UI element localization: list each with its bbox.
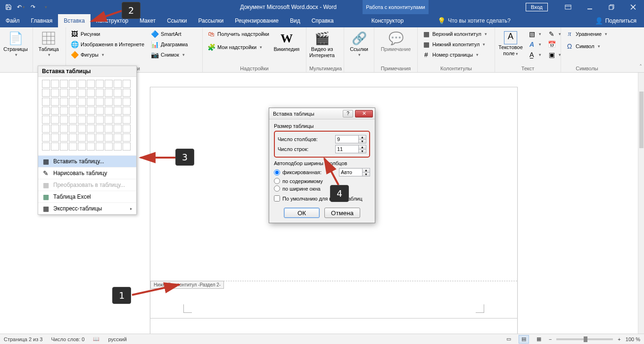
vertical-scrollbar[interactable]	[638, 73, 644, 334]
textbox-button[interactable]: AТекстовоеполе▾	[498, 29, 523, 59]
get-addins-button[interactable]: 🛍Получить надстройки	[206, 29, 271, 39]
symbol-icon: Ω	[566, 42, 573, 50]
footer-button[interactable]: ▦Нижний колонтитул▾	[421, 40, 489, 49]
save-icon[interactable]	[3, 2, 14, 12]
remember-label: По умолчанию для новых таблиц	[282, 196, 370, 201]
tab-help[interactable]: Справка	[306, 14, 339, 27]
cancel-button[interactable]: Отмена	[324, 208, 360, 218]
autofit-window-radio[interactable]	[274, 185, 280, 192]
tab-mailings[interactable]: Рассылки	[192, 14, 229, 27]
dropcap-icon: A̲	[528, 51, 536, 59]
word-count[interactable]: Число слов: 0	[51, 336, 84, 342]
table-button[interactable]: Таблица▾	[36, 29, 61, 59]
insert-table-menuitem[interactable]: ▦Вставить таблицу...	[38, 155, 136, 167]
spin-down-icon[interactable]: ▼	[358, 149, 366, 153]
spin-up-icon[interactable]: ▲	[362, 168, 370, 172]
tab-file[interactable]: Файл	[0, 14, 25, 27]
vertical-ruler[interactable]	[0, 73, 11, 334]
qat-customize-icon[interactable]: ▾	[40, 2, 51, 12]
store-icon: 🛍	[207, 30, 215, 38]
document-page-next[interactable]	[150, 318, 518, 334]
spin-down-icon[interactable]: ▼	[358, 139, 366, 143]
draw-table-menuitem[interactable]: ✎Нарисовать таблицу	[38, 167, 136, 179]
proofing-icon[interactable]: 📖	[93, 336, 99, 342]
my-addins-button[interactable]: 🧩Мои надстройки▾	[206, 42, 271, 52]
wikipedia-button[interactable]: WВикипедия	[274, 29, 299, 54]
columns-input[interactable]	[336, 136, 358, 143]
spin-down-icon[interactable]: ▼	[362, 172, 370, 176]
dropcap-button[interactable]: A̲▾	[526, 50, 543, 59]
restore-icon[interactable]	[601, 0, 622, 14]
wordart-button[interactable]: A▾	[526, 40, 543, 49]
zoom-level[interactable]: 100 %	[626, 336, 640, 342]
redo-icon[interactable]: ↷	[27, 2, 39, 12]
rows-spinner[interactable]: ▲▼	[335, 145, 366, 153]
language-indicator[interactable]: русский	[108, 336, 126, 342]
online-pictures-button[interactable]: 🌐Изображения в Интернете	[69, 40, 146, 49]
tab-row: Файл Главная Вставка Конструктор Макет С…	[0, 14, 644, 27]
datetime-button[interactable]: 📅	[546, 40, 563, 49]
share-icon: 👤	[595, 17, 603, 25]
print-layout-icon[interactable]: ▤	[519, 335, 529, 344]
share-button[interactable]: 👤 Поделиться	[595, 14, 636, 27]
online-video-button[interactable]: 🎬Видео изИнтернета	[309, 29, 335, 60]
autofit-content-radio[interactable]	[274, 178, 280, 184]
collapse-ribbon-icon[interactable]: ˄	[639, 64, 642, 70]
remember-checkbox[interactable]	[274, 195, 280, 201]
excel-table-menuitem[interactable]: ▦Таблица Excel	[38, 191, 136, 202]
columns-spinner[interactable]: ▲▼	[335, 135, 366, 143]
comment-icon: 💬	[388, 31, 404, 46]
dialog-help-icon[interactable]: ?	[343, 110, 353, 117]
autofit-section-label: Автоподбор ширины столбцов	[274, 160, 370, 166]
shapes-button[interactable]: 🔶Фигуры▾	[69, 50, 146, 59]
zoom-slider[interactable]	[556, 338, 613, 340]
comment-button[interactable]: 💬Примечание	[377, 29, 414, 54]
symbol-button[interactable]: ΩСимвол▾	[564, 42, 609, 51]
zoom-in-icon[interactable]: +	[618, 336, 620, 342]
tab-contextual-design[interactable]: Конструктор	[366, 14, 409, 27]
spin-up-icon[interactable]: ▲	[358, 135, 366, 139]
fixed-width-radio[interactable]	[274, 169, 280, 176]
header-button[interactable]: ▦Верхний колонтитул▾	[421, 29, 489, 39]
signature-button[interactable]: ✎▾	[546, 29, 563, 39]
ribbon-display-icon[interactable]	[557, 0, 579, 14]
dialog-title: Вставка таблицы	[273, 111, 314, 117]
chart-button[interactable]: 📊Диаграмма	[149, 40, 190, 49]
scrollbar-thumb[interactable]	[639, 92, 644, 148]
pages-button[interactable]: 📄Страницы▾	[3, 29, 28, 59]
quick-parts-button[interactable]: ▧▾	[526, 29, 543, 39]
read-mode-icon[interactable]: ▭	[504, 335, 514, 344]
dialog-title-bar[interactable]: Вставка таблицы ? ✕	[269, 108, 375, 119]
link-icon: 🔗	[352, 31, 367, 46]
rows-input[interactable]	[336, 146, 358, 152]
fixed-width-spinner[interactable]: ▲▼	[339, 168, 370, 176]
fixed-width-input[interactable]	[339, 169, 362, 176]
equation-button[interactable]: πУравнение▾	[564, 29, 609, 39]
page-number-button[interactable]: #Номер страницы▾	[421, 50, 489, 59]
object-button[interactable]: ▣▾	[546, 50, 563, 59]
table-size-grid[interactable]	[38, 77, 136, 155]
close-icon[interactable]	[622, 0, 644, 14]
undo-icon[interactable]: ↶▾	[15, 2, 26, 12]
pictures-button[interactable]: 🖼Рисунки	[69, 29, 146, 39]
tell-me-search[interactable]: 💡 Что вы хотите сделать?	[438, 14, 511, 27]
screenshot-button[interactable]: 📷Снимок▾	[149, 50, 190, 59]
tab-view[interactable]: Вид	[284, 14, 306, 27]
minimize-icon[interactable]	[579, 0, 601, 14]
links-button[interactable]: 🔗Ссылки▾	[347, 29, 371, 59]
web-layout-icon[interactable]: ▦	[534, 335, 544, 344]
login-button[interactable]: Вход	[526, 3, 548, 11]
tab-review[interactable]: Рецензирование	[229, 14, 284, 27]
tab-references[interactable]: Ссылки	[161, 14, 192, 27]
tab-home[interactable]: Главная	[25, 14, 58, 27]
page-count[interactable]: Страница 2 из 3	[4, 336, 42, 342]
dialog-close-icon[interactable]: ✕	[355, 110, 373, 117]
size-section-label: Размер таблицы	[274, 123, 370, 129]
zoom-out-icon[interactable]: −	[549, 336, 552, 342]
smartart-button[interactable]: 🔷SmartArt	[149, 29, 190, 39]
spin-up-icon[interactable]: ▲	[358, 145, 366, 149]
tab-insert[interactable]: Вставка	[58, 14, 91, 27]
ok-button[interactable]: ОК	[284, 208, 320, 218]
quick-tables-menuitem[interactable]: ▦Экспресс-таблицы▸	[38, 202, 136, 214]
zoom-slider-thumb[interactable]	[584, 336, 587, 342]
